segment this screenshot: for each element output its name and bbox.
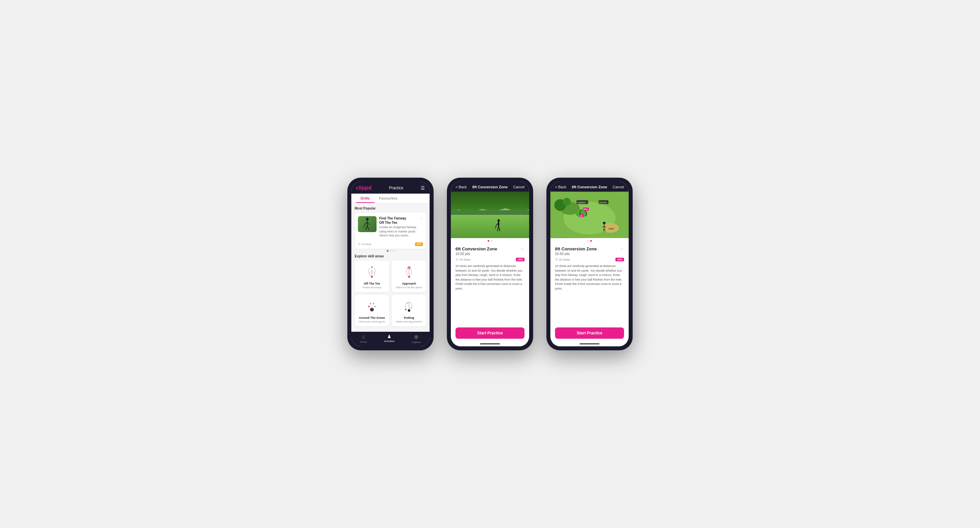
back-button[interactable]: < Back: [455, 185, 467, 189]
svg-line-2: [365, 222, 367, 224]
phone-1-screen: clippd Practice ☰ Drills Favourites Most…: [351, 182, 430, 346]
drill-thumbnail: [358, 216, 377, 232]
skill-card-approach[interactable]: Approach Dial-in to hit the green: [392, 261, 426, 292]
detail-description: 20 shots are randomly generated at dista…: [455, 264, 525, 291]
favourite-star-icon[interactable]: ☆: [419, 216, 423, 221]
detail-arg-badge-p3: ARG: [616, 258, 624, 262]
nav-home[interactable]: ⌂ Home: [360, 334, 367, 344]
svg-line-36: [499, 226, 500, 231]
trees-area: [451, 191, 529, 217]
svg-point-15: [408, 267, 410, 268]
skill-card-atg[interactable]: Around The Green Hone your short game: [355, 295, 389, 326]
start-practice-button-p2[interactable]: Start Practice: [455, 327, 525, 339]
drill-subtitle: Off The Tee: [379, 220, 417, 225]
carousel-dots: [355, 249, 426, 253]
skills-grid: Off The Tee Power accuracy: [355, 261, 426, 326]
home-bar-p2: [451, 342, 529, 346]
menu-icon[interactable]: ☰: [421, 185, 425, 191]
phone3-content: SAND FAIRWAY: [550, 191, 629, 324]
cancel-button[interactable]: Cancel: [513, 185, 525, 189]
svg-point-43: [563, 198, 571, 206]
drill-description: Create an imaginary fairway using trees …: [379, 225, 417, 238]
home-icon: ⌂: [362, 334, 365, 340]
approach-icon-area: [401, 264, 417, 281]
featured-drill-card[interactable]: Find The Fairway Off The Tee Create an i…: [355, 213, 426, 241]
svg-line-3: [367, 222, 369, 225]
detail-dot-1: [488, 240, 489, 242]
drill-meta-row: ⏱ 10 shots OTT: [355, 241, 426, 249]
putting-icon-area: [401, 298, 417, 315]
atg-skill-name: Around The Green: [359, 316, 385, 319]
phone3-header: < Back 6ft Conversion Zone Cancel: [550, 182, 629, 191]
fairway-area: [451, 215, 529, 238]
phone1-header: clippd Practice ☰: [351, 182, 430, 194]
detail-dots-p3: [550, 238, 629, 243]
detail-shots-row-p3: ⏱ 20 shots ARG: [555, 258, 624, 262]
detail-info-p3: 6ft Conversion Zone 10-50 yds ☆ ⏱ 20 sho…: [550, 243, 629, 294]
putting-skill-desc: Make and lag practice: [396, 320, 422, 323]
approach-skill-icon: [401, 265, 417, 280]
detail-dots: [451, 238, 529, 243]
svg-line-6: [364, 224, 365, 228]
detail-header-title: 6ft Conversion Zone: [473, 185, 508, 189]
ott-badge: OTT: [415, 242, 423, 246]
atg-icon-area: [364, 298, 380, 315]
most-popular-label: Most Popular: [355, 207, 426, 210]
back-button-p3[interactable]: < Back: [555, 185, 566, 189]
drill-info: Find The Fairway Off The Tee Create an i…: [379, 216, 417, 238]
drill-map: SAND FAIRWAY: [550, 191, 629, 238]
capture-icon: ⊕: [414, 334, 418, 340]
cancel-button-p3[interactable]: Cancel: [613, 185, 624, 189]
putting-skill-name: Putting: [404, 316, 414, 319]
svg-point-53: [603, 222, 605, 225]
golfer-icon: [362, 217, 372, 231]
detail-dot-2: [491, 240, 492, 242]
detail-dot-2-p3: [590, 240, 592, 242]
tab-drills[interactable]: Drills: [356, 194, 375, 203]
nav-home-label: Home: [360, 340, 367, 343]
detail-info: 6ft Conversion Zone 10-50 yds ☆ ⏱ 20 sho…: [451, 243, 529, 294]
tab-favourites[interactable]: Favourites: [375, 194, 402, 203]
home-bar-p3: [550, 342, 629, 346]
detail-header-title-p3: 6ft Conversion Zone: [572, 185, 607, 189]
svg-text:FAIRWAY: FAIRWAY: [577, 202, 586, 204]
activities-icon: ♟: [387, 334, 391, 339]
drill-thumb-inner: [358, 216, 377, 232]
svg-text:SAND: SAND: [608, 228, 614, 230]
svg-line-10: [372, 271, 375, 273]
nav-activities[interactable]: ♟ Activities: [384, 334, 395, 344]
golf-photo-scene: [451, 191, 529, 238]
skill-card-ott[interactable]: Off The Tee Power accuracy: [355, 261, 389, 292]
ott-skill-icon: [364, 265, 380, 280]
detail-star-icon-p3[interactable]: ☆: [620, 246, 624, 252]
golf-map-scene: SAND FAIRWAY: [550, 191, 629, 238]
svg-line-35: [497, 226, 499, 231]
drill-photo: [451, 191, 529, 238]
header-title: Practice: [389, 186, 403, 190]
svg-text:Miss: Miss: [584, 208, 587, 210]
putting-skill-icon: [401, 299, 417, 314]
svg-point-7: [371, 276, 373, 278]
detail-star-icon[interactable]: ☆: [520, 246, 525, 252]
phone2-header: < Back 6ft Conversion Zone Cancel: [451, 182, 529, 191]
atg-skill-icon: [364, 299, 380, 314]
atg-skill-desc: Hone your short game: [359, 320, 385, 323]
phone-3: < Back 6ft Conversion Zone Cancel: [546, 178, 633, 350]
ott-skill-desc: Power accuracy: [363, 286, 382, 289]
detail-shots-text-p3: ⏱ 20 shots: [555, 258, 570, 262]
detail-range: 10-50 yds: [455, 252, 497, 256]
golfer-svg: [495, 219, 502, 233]
skill-card-putting[interactable]: Putting Make and lag practice: [392, 295, 426, 326]
nav-capture[interactable]: ⊕ Capture: [412, 334, 421, 344]
home-indicator-p3: [579, 343, 600, 345]
approach-skill-desc: Dial-in to hit the green: [396, 286, 422, 289]
app-logo: clippd: [356, 185, 372, 191]
bottom-nav: ⌂ Home ♟ Activities ⊕ Capture: [351, 332, 430, 346]
svg-point-30: [406, 303, 408, 304]
start-practice-button-p3[interactable]: Start Practice: [555, 327, 624, 339]
svg-point-28: [405, 309, 407, 311]
drill-shots: ⏱ 10 shots: [358, 243, 371, 246]
phones-container: clippd Practice ☰ Drills Favourites Most…: [347, 178, 633, 350]
ott-skill-name: Off The Tee: [364, 282, 380, 285]
detail-shots-row: ⏱ 20 shots ARG: [455, 258, 525, 262]
